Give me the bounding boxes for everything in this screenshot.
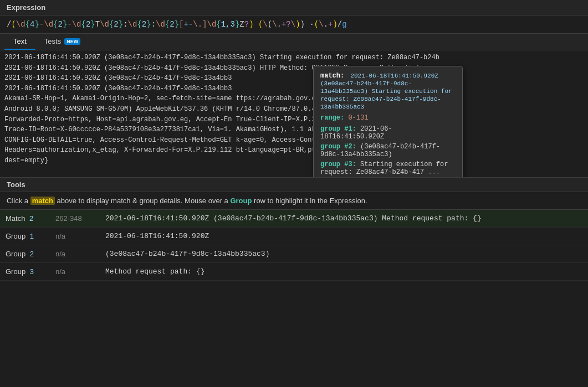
cell-range-match: 262-348 — [50, 210, 100, 227]
tab-text[interactable]: Text — [4, 34, 35, 50]
cell-label-group2: Group 2 — [0, 245, 50, 262]
cell-label-group1: Group 1 — [0, 228, 50, 245]
log-line-0[interactable]: 2021-06-18T16:41:50.920Z (3e08ac47-b24b-… — [4, 53, 584, 63]
results-container: Match 2 262-348 2021-06-18T16:41:50.920Z… — [0, 210, 588, 281]
log-line-6[interactable]: Forwarded-Proto=https, Host=api.agrabah.… — [4, 115, 584, 125]
tooltip-group3-label: group #3: — [320, 161, 356, 168]
log-line-2[interactable]: 2021-06-18T16:41:50.920Z (3e08ac47-b24b-… — [4, 73, 584, 84]
tools-bar: Tools — [0, 178, 588, 192]
expression-header: Expression — [0, 0, 588, 16]
tooltip-match-value3: 13a4bb335ac3) Starting execution for — [320, 88, 452, 95]
tooltip-match-value5: 13a4bb335ac3 — [320, 104, 364, 110]
table-row[interactable]: Group 3 n/a Method request path: {} — [0, 263, 588, 281]
log-line-1[interactable]: 2021-06-18T16:41:50.920Z (3e08ac47-b24b-… — [4, 63, 584, 74]
cell-label-group3: Group 3 — [0, 263, 50, 280]
cell-range-group2: n/a — [50, 245, 100, 262]
log-line-7[interactable]: Trace-ID=Root=X-60ccccce-P84a5379108e3a2… — [4, 125, 584, 135]
tooltip-match-value: 2021-06-18T16:41:50.920Z — [350, 73, 438, 79]
match-highlight: match — [30, 197, 55, 205]
tab-tests[interactable]: Tests NEW — [35, 34, 89, 50]
cell-value-match: 2021-06-18T16:41:50.920Z (3e08ac47-b24b-… — [100, 210, 588, 227]
table-row[interactable]: Match 2 262-348 2021-06-18T16:41:50.920Z… — [0, 210, 588, 228]
log-line-9[interactable]: Headers=authorization,x_etag, X-Forwarde… — [4, 145, 584, 156]
instructions: Click a match above to display match & g… — [0, 192, 588, 210]
new-badge: NEW — [64, 38, 80, 45]
cell-range-group1: n/a — [50, 228, 100, 245]
regex-bar: /(\d{4}-\d{2}-\d{2}T\d{2}:\d{2}:\d{2}[+-… — [0, 16, 588, 34]
cell-label-match: Match 2 — [0, 210, 50, 227]
log-line-4[interactable]: Akamai-SR-Hop=1, Akamai-Origin-Hop=2, se… — [4, 94, 584, 104]
table-row[interactable]: Group 1 n/a 2021-06-18T16:41:50.920Z — [0, 228, 588, 245]
tooltip-range-value: 0-131 — [348, 114, 368, 122]
cell-value-group2: (3e08ac47-b24b-417f-9d8c-13a4bb335ac3) — [100, 245, 588, 262]
log-line-3[interactable]: 2021-06-18T16:41:50.920Z (3e08ac47-b24b-… — [4, 84, 584, 94]
log-area: 2021-06-18T16:41:50.920Z (3e08ac47-b24b-… — [0, 50, 588, 178]
tooltip-group3-ellipsis: ... — [428, 168, 440, 176]
tabs-bar: Text Tests NEW — [0, 34, 588, 50]
tooltip-match-value2: (3e08ac47-b24b-417f-9d8c- — [320, 80, 412, 87]
tooltip-range-label: range: — [320, 114, 344, 122]
table-row[interactable]: Group 2 n/a (3e08ac47-b24b-417f-9d8c-13a… — [0, 245, 588, 263]
log-line-8[interactable]: CONFIG-LOG-DETAIL=true, Access-Control-R… — [4, 135, 584, 146]
log-line-10[interactable]: dest=empty} — [4, 156, 584, 166]
tooltip-group2-label: group #2: — [320, 143, 356, 151]
tooltip-match-value4: request: Ze08ac47-b24b-417f-9d8c- — [320, 96, 441, 102]
cell-value-group1: 2021-06-18T16:41:50.920Z — [100, 228, 588, 245]
match-tooltip: match: 2021-06-18T16:41:50.920Z (3e08ac4… — [313, 66, 463, 178]
cell-range-group3: n/a — [50, 263, 100, 280]
tooltip-match-label: match: — [320, 72, 344, 80]
log-line-5[interactable]: Android 8.0.0; SAMSUNG SM-G570M) AppleWe… — [4, 104, 584, 115]
tooltip-group1-label: group #1: — [320, 125, 356, 133]
group-highlight: Group — [230, 197, 252, 205]
cell-value-group3: Method request path: {} — [100, 263, 588, 280]
